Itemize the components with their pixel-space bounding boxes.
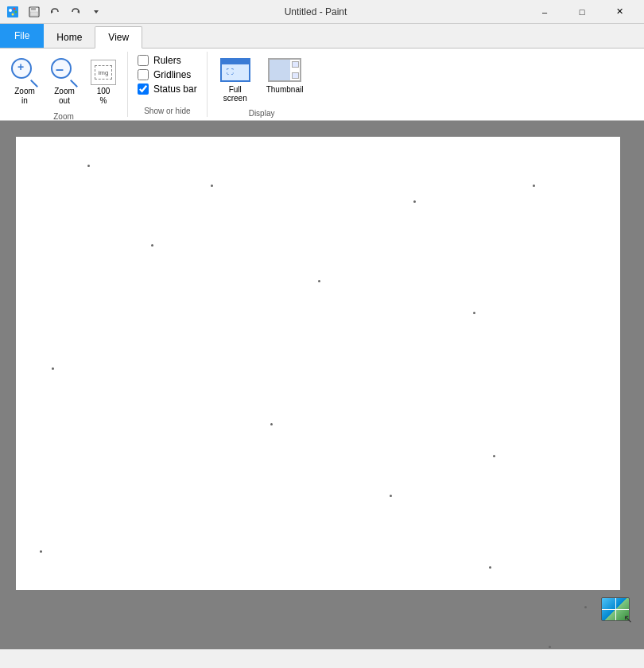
zoom-100-icon: img xyxy=(91,60,116,85)
cursor-arrow: ↖ xyxy=(623,612,633,625)
redo-button[interactable] xyxy=(67,3,84,21)
zoom-100-label: 100% xyxy=(97,87,111,106)
svg-point-2 xyxy=(14,7,16,10)
gridlines-checkbox-item[interactable]: Gridlines xyxy=(138,69,197,80)
ribbon-tabs: File Home View xyxy=(0,24,644,48)
zoom-out-button[interactable]: – Zoomout xyxy=(46,55,83,109)
full-screen-label: Fullscreen xyxy=(223,85,247,103)
show-hide-group-label: Show or hide xyxy=(138,103,197,115)
zoom-100-button[interactable]: img 100% xyxy=(86,56,121,109)
zoom-group-label: Zoom xyxy=(53,109,74,121)
zoom-group: + Zoomin – Zoomout xyxy=(0,52,128,117)
app-window: Untitled - Paint – □ ✕ File Home View + xyxy=(0,0,644,668)
rulers-label: Rulers xyxy=(153,55,181,66)
window-controls: – □ ✕ xyxy=(526,0,638,24)
status-bar-checkbox-item[interactable]: Status bar xyxy=(138,84,197,95)
qat-dropdown-button[interactable] xyxy=(87,3,105,21)
show-hide-items: Rulers Gridlines Status bar xyxy=(138,55,197,103)
app-icon xyxy=(6,6,19,18)
status-bar xyxy=(0,649,644,668)
svg-point-1 xyxy=(9,9,12,12)
dot xyxy=(40,550,42,553)
quick-access-toolbar xyxy=(25,3,105,21)
tab-file[interactable]: File xyxy=(0,24,44,48)
svg-point-3 xyxy=(15,10,17,13)
dot xyxy=(584,606,587,608)
display-group-label: Display xyxy=(214,106,310,118)
dot xyxy=(473,312,475,314)
dot xyxy=(318,280,320,282)
show-hide-group: Rulers Gridlines Status bar Show or hide xyxy=(128,52,208,117)
maximize-button[interactable]: □ xyxy=(564,0,600,24)
window-title: Untitled - Paint xyxy=(105,6,526,17)
thumbnail-button[interactable]: Thumbnail xyxy=(260,55,310,106)
dot xyxy=(52,367,54,370)
save-button[interactable] xyxy=(25,3,43,21)
zoom-buttons: + Zoomin – Zoomout xyxy=(6,55,121,109)
gridlines-checkbox[interactable] xyxy=(138,69,149,80)
dot xyxy=(493,455,495,457)
zoom-out-icon: – xyxy=(51,58,78,85)
thumbnail-icon xyxy=(268,58,301,82)
dot xyxy=(151,244,153,247)
dot xyxy=(489,566,491,569)
zoom-in-button[interactable]: + Zoomin xyxy=(6,55,43,109)
gridlines-label: Gridlines xyxy=(153,69,191,80)
thumbnail-label: Thumbnail xyxy=(266,85,304,94)
zoom-out-label: Zoomout xyxy=(54,87,75,106)
rulers-checkbox-item[interactable]: Rulers xyxy=(138,55,197,66)
tab-home[interactable]: Home xyxy=(44,27,95,48)
display-buttons: ⛶ Fullscreen Thumbnail xyxy=(214,55,310,106)
status-bar-checkbox[interactable] xyxy=(138,84,149,95)
rulers-checkbox[interactable] xyxy=(138,55,149,66)
svg-marker-10 xyxy=(94,10,99,14)
dot xyxy=(549,646,551,648)
zoom-in-icon: + xyxy=(11,58,38,85)
dot xyxy=(390,495,392,497)
dot xyxy=(413,200,416,203)
dot xyxy=(87,165,90,167)
status-bar-label: Status bar xyxy=(153,84,197,95)
undo-button[interactable] xyxy=(46,3,64,21)
dot xyxy=(533,184,535,187)
title-bar: Untitled - Paint – □ ✕ xyxy=(0,0,644,24)
dot xyxy=(270,423,273,425)
zoom-in-label: Zoomin xyxy=(14,87,35,106)
minimize-button[interactable]: – xyxy=(526,0,563,24)
svg-rect-7 xyxy=(30,12,38,16)
close-button[interactable]: ✕ xyxy=(601,0,638,24)
title-bar-left xyxy=(6,3,105,21)
canvas-area: ↖ xyxy=(0,121,644,649)
full-screen-icon: ⛶ xyxy=(220,58,250,82)
canvas[interactable] xyxy=(16,137,620,590)
svg-point-4 xyxy=(12,13,14,15)
dot xyxy=(211,184,213,187)
svg-rect-6 xyxy=(31,7,36,10)
full-screen-button[interactable]: ⛶ Fullscreen xyxy=(214,55,257,106)
ribbon-panel: + Zoomin – Zoomout xyxy=(0,48,644,121)
display-group: ⛶ Fullscreen Thumbnail Display xyxy=(208,52,316,117)
tab-view[interactable]: View xyxy=(95,26,142,49)
